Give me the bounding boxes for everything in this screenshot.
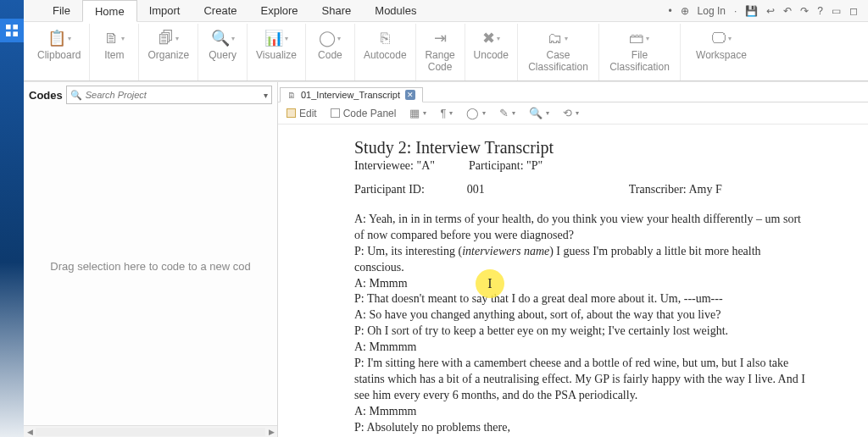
code-panel-toggle[interactable]: Code Panel — [331, 108, 397, 119]
ribbon-uncode[interactable]: ✖▾ Uncode — [465, 24, 518, 80]
interviewee-label: Interviewee: "A" — [354, 159, 435, 173]
transcript-line: P: I'm sitting here with a camembert che… — [354, 356, 809, 404]
menu-file[interactable]: File — [41, 0, 82, 21]
participant-label: Participant: "P" — [469, 159, 542, 173]
ribbon-file-classification[interactable]: 🗃▾ File Classification — [599, 24, 681, 80]
ribbon-autocode[interactable]: ⎘ Autocode — [355, 24, 416, 80]
ribbon-item[interactable]: 🗎▾ Item — [90, 24, 139, 80]
menu-modules[interactable]: Modules — [363, 0, 428, 21]
transcript-line: P: Absolutely no problems there, — [354, 420, 809, 436]
refresh-icon[interactable]: ↩ — [766, 5, 775, 17]
pid-label: Participant ID: — [354, 183, 425, 196]
paragraph-menu[interactable]: ¶▾ — [440, 107, 453, 119]
ribbon-range-code[interactable]: ⇥ Range Code — [416, 24, 465, 80]
document-tab[interactable]: 🗎 01_Interview_Transcript ✕ — [280, 87, 423, 102]
code-icon: ◯▾ — [319, 27, 341, 49]
menu-share[interactable]: Share — [310, 0, 364, 21]
codes-panel: Codes 🔍 ▾ Drag selection here to code to… — [24, 82, 278, 437]
highlighter-icon: ✎ — [499, 107, 509, 119]
ribbon-organize[interactable]: 🗐▾ Organize — [139, 24, 198, 80]
transcript-line: A: Mmmm — [354, 276, 809, 292]
search-project[interactable]: 🔍 ▾ — [66, 86, 272, 104]
redo-icon[interactable]: ↷ — [800, 5, 809, 17]
svg-rect-2 — [6, 31, 11, 36]
autocode-icon: ⎘ — [381, 27, 390, 49]
circle-icon: ◯ — [466, 107, 479, 119]
ribbon-query[interactable]: 🔍▾ Query — [198, 24, 248, 80]
transcript-line: A: Mmmmm — [354, 340, 809, 356]
edit-toggle[interactable]: Edit — [287, 108, 317, 119]
globe-icon[interactable]: ⊕ — [681, 5, 689, 17]
transcript-line: A: Mmmmm — [354, 404, 809, 420]
menu-explore[interactable]: Explore — [249, 0, 310, 21]
transcript-line: A: So have you changed anything about, s… — [354, 307, 809, 324]
close-tab-icon[interactable]: ✕ — [405, 90, 415, 100]
document-toolbar: Edit Code Panel ▦▾ ¶▾ ◯▾ ✎▾ 🔍▾ ⟲▾ — [278, 102, 868, 124]
transcript-body[interactable]: A: Yeah, in in in terms of your health, … — [354, 212, 809, 435]
zoom-menu[interactable]: 🔍▾ — [529, 107, 549, 119]
ribbon-case-classification[interactable]: 🗂▾ Case Classification — [518, 24, 599, 80]
search-input[interactable] — [86, 90, 264, 100]
window-icon[interactable]: ◻ — [849, 5, 858, 17]
chevron-down-icon[interactable]: ▾ — [264, 91, 268, 100]
transcript-line: P: Um, its interesting (interviewers nam… — [354, 244, 809, 276]
svg-rect-1 — [13, 25, 18, 30]
layout-icon: ▦ — [409, 107, 420, 119]
document-content[interactable]: Study 2: Interview Transcript Interviewe… — [278, 124, 868, 437]
visualize-icon: 📊▾ — [264, 27, 288, 49]
transcript-line: P: Oh I sort of try to keep a better eye… — [354, 324, 809, 340]
annotation-menu[interactable]: ◯▾ — [466, 107, 486, 119]
transcript-line: A: Yeah, in in in terms of your health, … — [354, 212, 809, 244]
workspace-icon: 🖵▾ — [711, 27, 732, 49]
paragraph-icon: ¶ — [440, 107, 446, 119]
ribbon: 📋▾ Clipboard 🗎▾ Item 🗐▾ Organize 🔍▾ Quer… — [24, 22, 868, 81]
clipboard-icon: 📋▾ — [47, 27, 71, 49]
help-icon[interactable]: ? — [817, 5, 823, 17]
sync-icon[interactable]: • — [668, 5, 671, 17]
ribbon-workspace[interactable]: 🖵▾ Workspace — [681, 24, 762, 80]
link-icon: ⟲ — [563, 107, 572, 119]
code-panel-checkbox[interactable] — [331, 108, 340, 118]
layout-menu[interactable]: ▦▾ — [409, 107, 426, 119]
minimize-icon[interactable]: ▭ — [832, 5, 841, 17]
menubar: File Home Import Create Explore Share Mo… — [24, 0, 868, 22]
document-panel: 🗎 01_Interview_Transcript ✕ Edit Code Pa… — [278, 82, 868, 437]
highlighter-menu[interactable]: ✎▾ — [499, 107, 515, 119]
document-title: Study 2: Interview Transcript — [354, 138, 809, 158]
divider: · — [734, 5, 737, 17]
login-button[interactable]: Log In — [698, 5, 726, 17]
pid-value: 001 — [467, 183, 485, 196]
edit-checkbox[interactable] — [287, 108, 296, 118]
item-icon: 🗎▾ — [104, 27, 125, 49]
scroll-right-icon[interactable]: ▶ — [265, 428, 277, 436]
search-icon: 🔍 — [70, 90, 82, 101]
app-logo — [0, 19, 24, 42]
menu-home[interactable]: Home — [82, 0, 137, 22]
save-icon[interactable]: 💾 — [745, 5, 758, 17]
menu-import[interactable]: Import — [137, 0, 192, 21]
codes-h-scrollbar[interactable]: ◀ ▶ — [24, 425, 277, 437]
transcriber-label: Transcriber: Amy F — [629, 183, 722, 196]
codes-title: Codes — [29, 89, 63, 102]
ribbon-clipboard[interactable]: 📋▾ Clipboard — [29, 24, 90, 80]
ribbon-visualize[interactable]: 📊▾ Visualize — [248, 24, 306, 80]
organize-icon: 🗐▾ — [159, 27, 179, 49]
query-icon: 🔍▾ — [211, 27, 235, 49]
range-code-icon: ⇥ — [434, 27, 447, 49]
link-menu[interactable]: ⟲▾ — [563, 107, 579, 119]
uncode-icon: ✖▾ — [482, 27, 500, 49]
menu-create[interactable]: Create — [192, 0, 248, 21]
svg-rect-0 — [6, 25, 11, 30]
codes-drop-hint[interactable]: Drag selection here to code to a new cod — [24, 108, 277, 425]
document-tab-label: 01_Interview_Transcript — [301, 90, 400, 100]
file-classification-icon: 🗃▾ — [629, 27, 649, 49]
scroll-left-icon[interactable]: ◀ — [24, 428, 36, 436]
case-classification-icon: 🗂▾ — [548, 27, 568, 49]
document-icon: 🗎 — [287, 91, 296, 100]
ribbon-code[interactable]: ◯▾ Code — [306, 24, 355, 80]
zoom-icon: 🔍 — [529, 107, 542, 119]
transcript-line: P: That doesn't meant to say that I do a… — [354, 291, 809, 307]
undo-icon[interactable]: ↶ — [783, 5, 792, 17]
svg-rect-3 — [13, 31, 18, 36]
